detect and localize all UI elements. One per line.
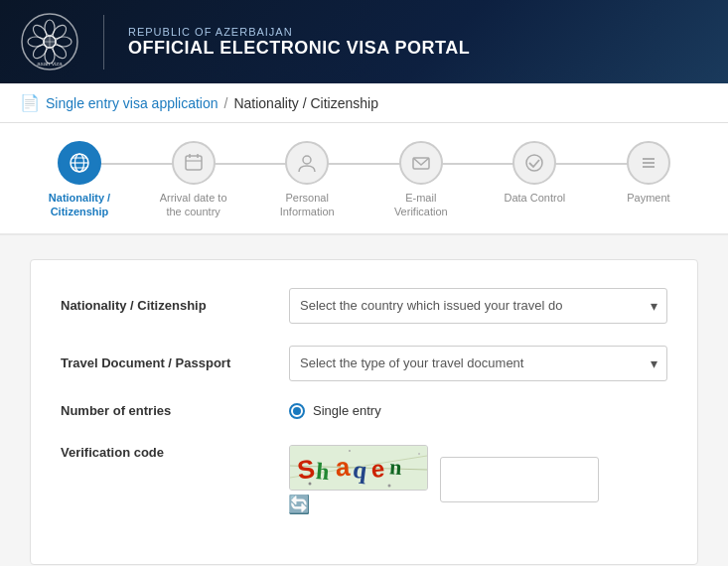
svg-text:asan viza: asan viza: [37, 61, 63, 67]
step-personal[interactable]: PersonalInformation: [257, 141, 357, 219]
captcha-image: S h a q e n: [289, 445, 428, 491]
step-label-data: Data Control: [504, 191, 565, 205]
breadcrumb-app-link[interactable]: Single entry visa application: [46, 95, 218, 111]
step-label-arrival: Arrival date tothe country: [160, 191, 227, 219]
step-arrival[interactable]: Arrival date tothe country: [144, 141, 243, 219]
step-label-personal: PersonalInformation: [280, 191, 335, 219]
steps-container: Nationality /Citizenship Arrival date to…: [0, 123, 728, 235]
svg-point-38: [309, 482, 312, 485]
svg-text:h: h: [315, 458, 331, 485]
step-label-payment: Payment: [627, 191, 669, 205]
travel-doc-label: Travel Document / Passport: [61, 355, 279, 370]
captcha-input[interactable]: [440, 457, 599, 502]
header-divider: [103, 15, 104, 70]
entries-radio-group: Single entry: [289, 403, 381, 419]
svg-point-39: [349, 450, 351, 452]
globe-icon: [69, 152, 90, 174]
svg-text:e: e: [369, 455, 385, 483]
steps-row: Nationality /Citizenship Arrival date to…: [30, 141, 698, 219]
single-entry-radio[interactable]: [289, 403, 305, 419]
travel-doc-select[interactable]: Select the type of your travel document: [289, 346, 667, 381]
entries-label: Number of entries: [61, 403, 279, 418]
verification-label: Verification code: [61, 445, 279, 460]
calendar-icon: [183, 152, 205, 174]
svg-point-41: [418, 453, 420, 455]
breadcrumb-separator: /: [224, 95, 228, 111]
step-label-nationality: Nationality /Citizenship: [49, 191, 110, 219]
nationality-select[interactable]: Select the country which issued your tra…: [289, 288, 667, 324]
logo: asan viza: [20, 12, 79, 71]
nationality-label: Nationality / Citizenship: [61, 298, 279, 313]
step-label-email: E-mailVerification: [394, 191, 448, 219]
step-email[interactable]: E-mailVerification: [371, 141, 471, 219]
header-text-block: REPUBLIC OF AZERBAIJAN OFFICIAL ELECTRON…: [128, 26, 470, 59]
step-circle-personal: [285, 141, 329, 185]
step-data[interactable]: Data Control: [485, 141, 584, 205]
header-subtitle: REPUBLIC OF AZERBAIJAN: [128, 26, 470, 38]
svg-point-40: [388, 484, 391, 487]
captcha-refresh-button[interactable]: 🔄: [289, 495, 309, 514]
svg-point-23: [303, 156, 311, 164]
breadcrumb: 📄 Single entry visa application / Nation…: [0, 83, 728, 123]
svg-point-25: [526, 155, 542, 171]
breadcrumb-section: Nationality / Citizenship: [233, 95, 378, 111]
travel-doc-row: Travel Document / Passport Select the ty…: [61, 346, 667, 381]
logo-icon: asan viza: [20, 12, 79, 71]
form-card: Nationality / Citizenship Select the cou…: [30, 259, 698, 565]
svg-text:n: n: [388, 454, 402, 480]
nationality-row: Nationality / Citizenship Select the cou…: [61, 288, 667, 324]
nationality-select-wrapper: Select the country which issued your tra…: [289, 288, 667, 324]
entries-row: Number of entries Single entry: [61, 403, 667, 419]
step-circle-data: [512, 141, 556, 185]
step-payment[interactable]: Payment: [599, 141, 698, 205]
verification-row: Verification code S h a q: [61, 441, 667, 514]
captcha-row: S h a q e n 🔄: [289, 445, 599, 514]
svg-text:a: a: [335, 451, 352, 482]
document-icon: 📄: [20, 93, 40, 112]
travel-doc-select-wrapper: Select the type of your travel document: [289, 346, 667, 381]
captcha-wrapper: S h a q e n 🔄: [289, 445, 428, 514]
svg-rect-19: [186, 156, 202, 170]
email-icon: [410, 152, 432, 174]
header-title: OFFICIAL ELECTRONIC VISA PORTAL: [128, 38, 470, 59]
person-icon: [296, 152, 318, 174]
menu-icon: [638, 152, 659, 174]
step-circle-nationality: [58, 141, 101, 185]
main-content: Nationality / Citizenship Select the cou…: [0, 235, 728, 566]
captcha-svg: S h a q e n: [290, 446, 427, 490]
step-nationality[interactable]: Nationality /Citizenship: [30, 141, 129, 219]
step-circle-email: [399, 141, 443, 185]
step-circle-arrival: [172, 141, 216, 185]
step-circle-payment: [627, 141, 670, 185]
header: asan viza REPUBLIC OF AZERBAIJAN OFFICIA…: [0, 0, 728, 83]
checkmark-icon: [523, 152, 545, 174]
single-entry-label: Single entry: [313, 403, 381, 418]
